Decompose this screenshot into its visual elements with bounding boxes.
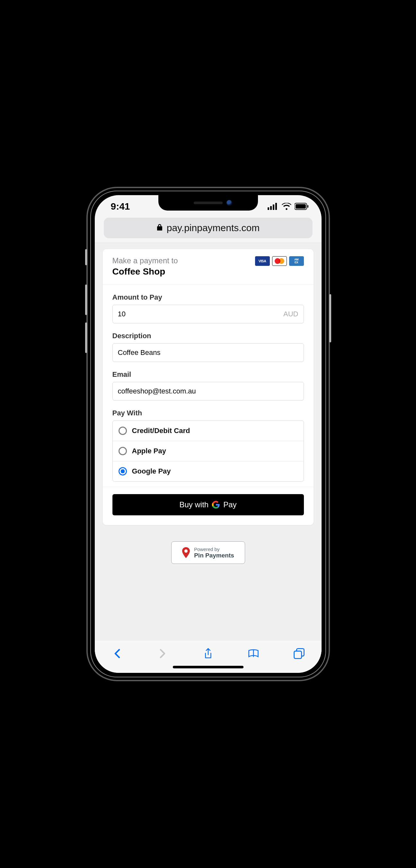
forward-button[interactable] <box>156 647 169 660</box>
mute-switch <box>85 249 87 265</box>
paywith-group: Credit/Debit Card Apple Pay Google Pay <box>112 421 304 482</box>
bookmarks-button[interactable] <box>247 647 260 660</box>
phone-frame: 9:41 <box>86 187 330 681</box>
paywith-option-google[interactable]: Google Pay <box>113 461 304 481</box>
google-pay-button[interactable]: Buy with Pay <box>112 494 304 515</box>
battery-icon <box>294 203 309 210</box>
svg-rect-6 <box>307 205 308 208</box>
amount-value[interactable] <box>118 305 284 323</box>
powered-by-line2: Pin Payments <box>194 552 234 559</box>
email-value[interactable] <box>118 382 299 400</box>
cellular-signal-icon <box>268 203 278 210</box>
power-button <box>329 294 331 342</box>
browser-toolbar <box>95 641 321 673</box>
gpay-suffix: Pay <box>223 500 236 509</box>
email-input[interactable] <box>112 382 304 401</box>
paywith-option-label: Apple Pay <box>132 447 166 455</box>
pin-payments-logo-icon <box>182 547 190 558</box>
amex-logo: AMEX <box>289 256 304 266</box>
share-button[interactable] <box>202 647 215 660</box>
amount-currency: AUD <box>283 310 298 318</box>
volume-up-button <box>85 284 87 315</box>
powered-by-badge[interactable]: Powered by Pin Payments <box>171 541 245 564</box>
front-camera <box>227 200 232 206</box>
svg-rect-3 <box>275 203 277 210</box>
amount-input[interactable]: AUD <box>112 305 304 323</box>
svg-rect-1 <box>270 206 272 210</box>
paywith-option-label: Credit/Debit Card <box>132 427 190 435</box>
svg-rect-5 <box>296 204 306 209</box>
payment-prompt: Make a payment to <box>112 256 178 265</box>
paywith-option-label: Google Pay <box>132 467 171 475</box>
mastercard-logo <box>272 256 287 266</box>
notch <box>159 195 258 211</box>
tabs-button[interactable] <box>292 647 306 660</box>
payment-card: Make a payment to Coffee Shop VISA AMEX … <box>102 249 314 525</box>
google-g-icon <box>212 500 220 509</box>
paywith-option-apple[interactable]: Apple Pay <box>113 441 304 461</box>
radio-icon <box>118 427 127 435</box>
gpay-prefix: Buy with <box>179 500 208 509</box>
speaker-grille <box>194 202 222 204</box>
svg-rect-8 <box>294 651 301 658</box>
description-input[interactable] <box>112 343 304 362</box>
accepted-cards: VISA AMEX <box>255 256 304 266</box>
powered-by-line1: Powered by <box>194 547 234 552</box>
back-button[interactable] <box>111 647 124 660</box>
svg-rect-2 <box>273 205 274 210</box>
visa-logo: VISA <box>255 256 270 266</box>
merchant-name: Coffee Shop <box>112 267 178 277</box>
status-time: 9:41 <box>111 201 130 212</box>
radio-icon <box>118 467 127 475</box>
wifi-icon <box>282 203 291 210</box>
radio-icon <box>118 447 127 455</box>
volume-down-button <box>85 322 87 353</box>
svg-rect-0 <box>268 207 269 210</box>
amount-label: Amount to Pay <box>112 293 304 302</box>
paywith-option-card[interactable]: Credit/Debit Card <box>113 421 304 441</box>
description-value[interactable] <box>118 344 299 362</box>
paywith-label: Pay With <box>112 409 304 417</box>
address-bar-url: pay.pinpayments.com <box>167 222 260 234</box>
page-content: Make a payment to Coffee Shop VISA AMEX … <box>95 243 321 641</box>
description-label: Description <box>112 332 304 340</box>
email-label: Email <box>112 370 304 379</box>
address-bar[interactable]: pay.pinpayments.com <box>104 218 313 238</box>
home-indicator[interactable] <box>173 666 243 669</box>
lock-icon <box>157 222 163 234</box>
